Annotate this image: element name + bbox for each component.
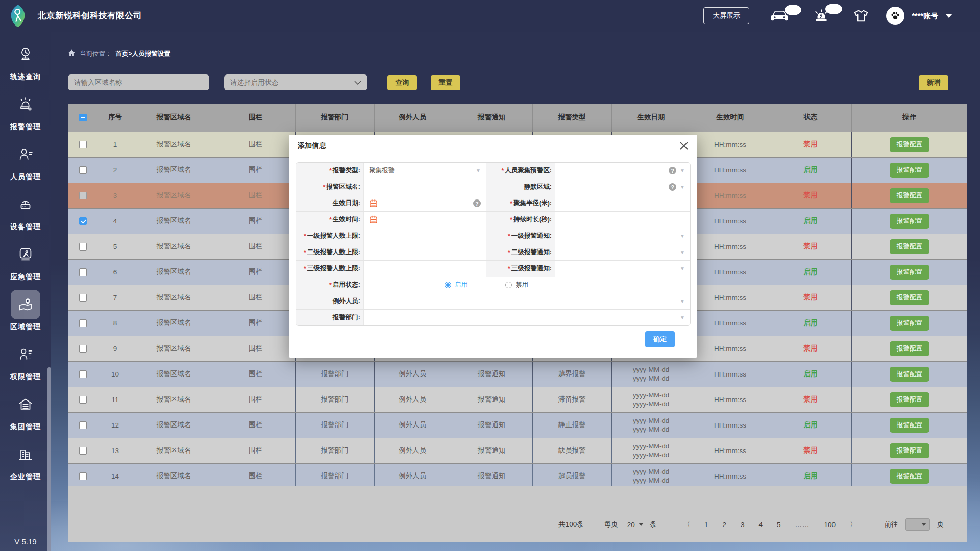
alarm-config-button[interactable]: 报警配置 bbox=[890, 214, 929, 229]
row-checkbox[interactable] bbox=[79, 243, 87, 251]
page-size-select[interactable]: 20 bbox=[627, 521, 644, 529]
cell-fence: 围栏 bbox=[216, 208, 295, 234]
help-icon[interactable]: ? bbox=[473, 199, 481, 207]
field-label: *三级报警人数上限: bbox=[296, 261, 363, 277]
field-input[interactable] bbox=[363, 228, 486, 244]
area-name-input[interactable] bbox=[68, 74, 209, 90]
prev-page-button[interactable]: 〈 bbox=[683, 520, 690, 529]
page-ellipsis: …… bbox=[795, 521, 810, 529]
big-screen-button[interactable]: 大屏展示 bbox=[703, 7, 749, 24]
row-checkbox[interactable] bbox=[79, 421, 87, 429]
page-number-button[interactable]: 2 bbox=[722, 521, 726, 529]
page-number-button[interactable]: 1 bbox=[704, 521, 708, 529]
field-select[interactable]: ▼ bbox=[363, 310, 690, 325]
alarm-config-button[interactable]: 报警配置 bbox=[890, 367, 929, 382]
sidebar-item-track-query[interactable]: 轨迹查询 bbox=[10, 40, 41, 82]
row-checkbox[interactable] bbox=[79, 370, 87, 378]
breadcrumb-path[interactable]: 首页>人员报警设置 bbox=[116, 49, 170, 58]
account-caret-icon[interactable] bbox=[945, 14, 952, 18]
alarm-bell-icon[interactable] bbox=[813, 9, 830, 23]
sidebar-item-permission-manage[interactable]: 权限管理 bbox=[10, 340, 41, 382]
row-checkbox[interactable] bbox=[79, 447, 87, 455]
confirm-button[interactable]: 确定 bbox=[645, 331, 675, 347]
alarm-config-button[interactable]: 报警配置 bbox=[890, 290, 929, 305]
field-input[interactable] bbox=[363, 261, 486, 277]
sidebar-item-emergency-manage[interactable]: 应急管理 bbox=[10, 240, 41, 282]
alarm-config-button[interactable]: 报警配置 bbox=[890, 163, 929, 178]
alarm-config-button[interactable]: 报警配置 bbox=[890, 418, 929, 433]
avatar[interactable] bbox=[886, 7, 904, 25]
shirt-icon[interactable] bbox=[853, 9, 869, 23]
field-date[interactable] bbox=[363, 212, 486, 228]
calendar-icon[interactable] bbox=[369, 199, 378, 208]
alarm-config-button[interactable]: 报警配置 bbox=[890, 265, 929, 280]
alarm-config-button[interactable]: 报警配置 bbox=[890, 137, 929, 152]
row-checkbox[interactable] bbox=[79, 396, 87, 404]
row-checkbox[interactable] bbox=[79, 192, 87, 199]
goto-page-select[interactable] bbox=[905, 518, 930, 531]
row-checkbox[interactable] bbox=[79, 268, 87, 276]
page-number-button[interactable]: 3 bbox=[741, 521, 745, 529]
help-icon[interactable]: ? bbox=[669, 167, 676, 174]
add-button[interactable]: 新增 bbox=[919, 75, 948, 90]
sidebar-item-group-manage[interactable]: 集团管理 bbox=[10, 390, 41, 432]
cell-index: 1 bbox=[99, 132, 132, 157]
reset-button[interactable]: 重置 bbox=[431, 75, 460, 90]
cell-alarm-notify: 报警通知 bbox=[451, 412, 532, 438]
row-checkbox[interactable] bbox=[79, 141, 87, 148]
field-input[interactable] bbox=[363, 244, 486, 260]
field-select[interactable]: ?▼ bbox=[555, 163, 690, 179]
sidebar-scrollbar[interactable] bbox=[47, 367, 51, 551]
vehicle-icon[interactable] bbox=[770, 10, 789, 22]
sidebar-item-personnel-manage[interactable]: 人员管理 bbox=[10, 140, 41, 182]
radio-option[interactable]: 启用 bbox=[445, 281, 468, 289]
page-number-button[interactable]: 4 bbox=[758, 521, 763, 529]
field-radio[interactable]: 启用禁用 bbox=[363, 277, 690, 293]
field-label: *持续时长(秒): bbox=[486, 212, 555, 228]
field-label: 生效日期: bbox=[296, 195, 363, 211]
field-select[interactable]: ▼ bbox=[363, 293, 690, 309]
row-checkbox[interactable] bbox=[79, 166, 87, 174]
row-checkbox[interactable] bbox=[79, 319, 87, 327]
required-mark: * bbox=[329, 282, 332, 289]
field-select[interactable]: ▼ bbox=[555, 244, 690, 260]
field-input[interactable] bbox=[555, 195, 690, 211]
alarm-config-button[interactable]: 报警配置 bbox=[890, 469, 929, 484]
sidebar-item-device-manage[interactable]: 设备管理 bbox=[10, 190, 41, 232]
alarm-config-button[interactable]: 报警配置 bbox=[890, 316, 929, 331]
field-label: 报警部门: bbox=[296, 310, 363, 325]
field-select[interactable]: ▼ bbox=[555, 228, 690, 244]
per-page-suffix: 条 bbox=[650, 520, 657, 529]
form-row: *报警类型:聚集报警▼*人员聚集预警区:?▼ bbox=[296, 163, 690, 179]
help-icon[interactable]: ? bbox=[669, 183, 676, 191]
select-all-checkbox[interactable] bbox=[79, 114, 87, 121]
alarm-config-button[interactable]: 报警配置 bbox=[890, 443, 929, 458]
sidebar-item-region-manage[interactable]: 区域管理 bbox=[10, 290, 41, 332]
row-checkbox[interactable] bbox=[79, 294, 87, 302]
sidebar-item-alarm-manage[interactable]: 报警管理 bbox=[10, 90, 41, 132]
sidebar-item-enterprise-manage[interactable]: 企业管理 bbox=[10, 440, 41, 482]
row-checkbox[interactable] bbox=[79, 472, 87, 480]
alarm-config-button[interactable]: 报警配置 bbox=[890, 341, 929, 356]
page-number-button[interactable]: 100 bbox=[824, 521, 836, 529]
alarm-config-button[interactable]: 报警配置 bbox=[890, 392, 929, 407]
row-checkbox[interactable] bbox=[79, 345, 87, 353]
page-number-button[interactable]: 5 bbox=[777, 521, 781, 529]
close-icon[interactable] bbox=[679, 141, 689, 151]
field-select[interactable]: ?▼ bbox=[555, 179, 690, 195]
account-name[interactable]: ****账号 bbox=[912, 11, 938, 21]
field-select[interactable]: ▼ bbox=[555, 261, 690, 277]
alarm-config-button[interactable]: 报警配置 bbox=[890, 239, 929, 254]
cell-alarm-notify: 报警通知 bbox=[451, 463, 532, 489]
alarm-config-button[interactable]: 报警配置 bbox=[890, 188, 929, 203]
calendar-icon[interactable] bbox=[369, 215, 378, 224]
field-input[interactable] bbox=[555, 212, 690, 228]
status-select[interactable]: 请选择启用状态 bbox=[224, 74, 368, 90]
field-date[interactable]: ? bbox=[363, 195, 486, 211]
query-button[interactable]: 查询 bbox=[387, 75, 417, 90]
next-page-button[interactable]: 〉 bbox=[850, 520, 857, 529]
field-select[interactable]: 聚集报警▼ bbox=[363, 163, 486, 179]
row-checkbox[interactable] bbox=[79, 217, 87, 225]
radio-option[interactable]: 禁用 bbox=[505, 281, 528, 289]
field-input[interactable] bbox=[363, 179, 486, 195]
